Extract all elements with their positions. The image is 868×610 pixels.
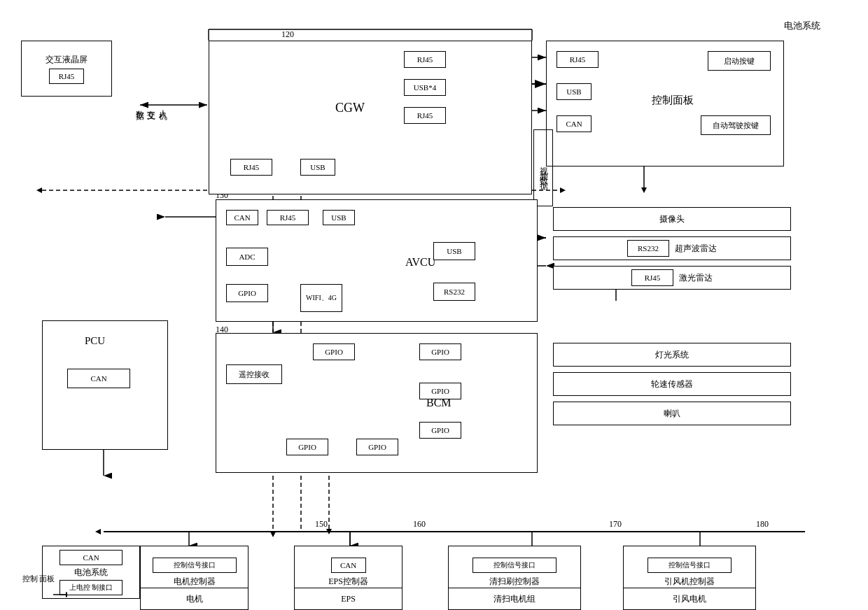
label-120: 120 bbox=[281, 29, 294, 40]
label-180: 180 bbox=[756, 519, 769, 530]
speaker-box: 喇叭 bbox=[553, 402, 791, 425]
avcu-wifi4g: WIFI、4G bbox=[300, 284, 342, 312]
eps-box: EPS bbox=[294, 588, 402, 610]
bcm-gpio-4: GPIO bbox=[419, 422, 461, 439]
avcu-block: AVCU CAN RJ45 USB ADC GPIO WIFI、4G USB bbox=[216, 199, 538, 322]
pcu-label: PCU bbox=[85, 335, 105, 347]
svg-marker-41 bbox=[66, 592, 67, 597]
svg-marker-8 bbox=[270, 532, 276, 537]
lighting-label: 灯光系统 bbox=[655, 349, 689, 361]
bcm-block: BCM 遥控接收 GPIO GPIO GPIO GPIO GPIO GPIO bbox=[216, 333, 538, 473]
label-150: 150 bbox=[315, 519, 328, 530]
arrow-right-bottom bbox=[53, 588, 67, 602]
cgw-rj45-top: RJ45 bbox=[404, 51, 446, 68]
speaker-label: 喇叭 bbox=[664, 408, 680, 420]
fan-controller-label: 引风机控制器 bbox=[664, 576, 715, 588]
motor-box: 电机 bbox=[140, 588, 248, 610]
system-diagram: 120 130 110 140 150 160 170 180 电池系统 交互液… bbox=[0, 0, 868, 610]
sweep-motor-label: 清扫电机组 bbox=[493, 593, 536, 605]
laser-box: RJ45 激光雷达 bbox=[553, 266, 791, 290]
motor-label: 电机 bbox=[186, 593, 203, 605]
interactive-lcd-label: 交互液晶屏 bbox=[46, 54, 88, 66]
svg-marker-6 bbox=[560, 187, 566, 193]
cgw-usb4: USB*4 bbox=[404, 79, 446, 96]
bcm-gpio-2: GPIO bbox=[419, 343, 461, 360]
avcu-rs232: RS232 bbox=[433, 283, 475, 301]
bcm-remote-recv: 遥控接收 bbox=[226, 364, 282, 384]
human-interaction-label: 人机 交互 数据 bbox=[137, 70, 165, 140]
avcu-usb-right: USB bbox=[433, 242, 475, 260]
svg-marker-30 bbox=[326, 529, 332, 534]
wheel-speed-label: 轮速传感器 bbox=[651, 378, 693, 390]
pcu-block: PCU CAN bbox=[42, 320, 168, 450]
cgw-label: CGW bbox=[335, 101, 365, 115]
svg-marker-31 bbox=[95, 529, 101, 534]
svg-marker-5 bbox=[36, 187, 42, 193]
bcm-gpio-6: GPIO bbox=[356, 439, 398, 455]
control-panel-box: 控制面板 RJ45 USB CAN 启动按键 自动驾驶按键 bbox=[546, 41, 784, 166]
avcu-rj45: RJ45 bbox=[267, 210, 309, 225]
cgw-rj45-mid: RJ45 bbox=[404, 107, 446, 124]
laser-label: 激光雷达 bbox=[679, 272, 713, 284]
battery-system-bottom-label: 电池系统 bbox=[59, 567, 122, 579]
cp-can: CAN bbox=[556, 115, 592, 132]
control-panel-label: 控制面板 bbox=[652, 94, 694, 107]
avcu-usb-top: USB bbox=[323, 210, 355, 225]
wheel-speed-box: 轮速传感器 bbox=[553, 372, 791, 396]
ultrasonic-label: 超声波雷达 bbox=[675, 243, 717, 255]
cgw-rj45-bottom: RJ45 bbox=[230, 159, 272, 176]
control-panel-bottom-label: 控制 面板 bbox=[21, 574, 56, 584]
lcd-rj45: RJ45 bbox=[59, 72, 75, 80]
fan-motor-box: 引风电机 bbox=[623, 588, 756, 610]
cgw-usb-bottom: USB bbox=[300, 159, 335, 176]
cp-rj45: RJ45 bbox=[556, 51, 598, 68]
battery-system-label-top: 电池系统 bbox=[784, 20, 820, 32]
label-170: 170 bbox=[609, 519, 622, 530]
ultrasonic-box: RS232 超声波雷达 bbox=[553, 236, 791, 260]
avcu-gpio: GPIO bbox=[226, 284, 268, 302]
avcu-label: AVCU bbox=[405, 256, 435, 269]
svg-marker-15 bbox=[641, 187, 647, 193]
cp-usb: USB bbox=[556, 83, 592, 100]
sweep-controller-label: 清扫刷控制器 bbox=[489, 576, 540, 588]
cgw-block: CGW RJ45 USB*4 RJ45 RJ45 USB bbox=[209, 41, 532, 194]
camera-box: 摄像头 bbox=[553, 207, 791, 231]
camera-label: 摄像头 bbox=[659, 213, 685, 225]
video-data-label: 视 频 数 据 bbox=[533, 129, 553, 206]
bcm-gpio-3: GPIO bbox=[419, 383, 461, 399]
eps-label: EPS bbox=[341, 594, 356, 604]
auto-drive-button-box: 自动驾驶按键 bbox=[701, 115, 771, 135]
sweep-motor-box: 清扫电机组 bbox=[448, 588, 581, 610]
avcu-adc: ADC bbox=[226, 248, 268, 266]
pcu-can: CAN bbox=[67, 369, 130, 388]
bcm-gpio-1: GPIO bbox=[313, 343, 355, 360]
label-160: 160 bbox=[413, 519, 426, 530]
avcu-can: CAN bbox=[226, 210, 258, 225]
bcm-gpio-5: GPIO bbox=[286, 439, 328, 455]
start-button-box: 启动按键 bbox=[708, 51, 771, 71]
eps-controller-label: EPS控制器 bbox=[328, 576, 368, 588]
motor-controller-label: 电机控制器 bbox=[174, 576, 216, 588]
interactive-lcd-box: 交互液晶屏 RJ45 bbox=[21, 41, 112, 97]
lighting-box: 灯光系统 bbox=[553, 343, 791, 367]
fan-motor-label: 引风电机 bbox=[673, 593, 706, 605]
